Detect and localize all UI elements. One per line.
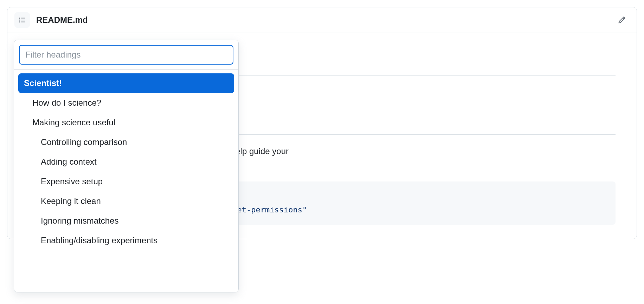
toc-popover: Scientist!How do I science?Making scienc… — [14, 40, 239, 292]
pencil-icon — [618, 16, 626, 24]
toc-item[interactable]: Making science useful — [18, 113, 234, 132]
toc-item[interactable]: Keeping it clean — [18, 191, 234, 211]
svg-point-2 — [19, 20, 20, 21]
toc-item[interactable]: Adding context — [18, 152, 234, 172]
toc-item[interactable]: Scientist! — [18, 73, 234, 93]
toc-filter-wrap — [14, 40, 238, 70]
toc-item[interactable]: How do I science? — [18, 93, 234, 113]
toc-item[interactable]: Enabling/disabling experiments — [18, 231, 234, 250]
toc-item[interactable]: Expensive setup — [18, 172, 234, 191]
svg-point-0 — [19, 18, 20, 19]
svg-point-4 — [19, 21, 20, 22]
toc-item[interactable]: Ignoring mismatches — [18, 211, 234, 231]
table-of-contents-button[interactable] — [14, 12, 30, 28]
toc-list[interactable]: Scientist!How do I science?Making scienc… — [14, 70, 238, 292]
readme-file-box: README.md critical paths. CI passing you… — [7, 7, 637, 239]
list-icon — [18, 16, 26, 24]
edit-file-button[interactable] — [614, 12, 630, 28]
filter-headings-input[interactable] — [19, 45, 233, 65]
file-header: README.md — [7, 7, 637, 33]
file-title: README.md — [36, 15, 614, 25]
toc-item[interactable]: Controlling comparison — [18, 132, 234, 152]
